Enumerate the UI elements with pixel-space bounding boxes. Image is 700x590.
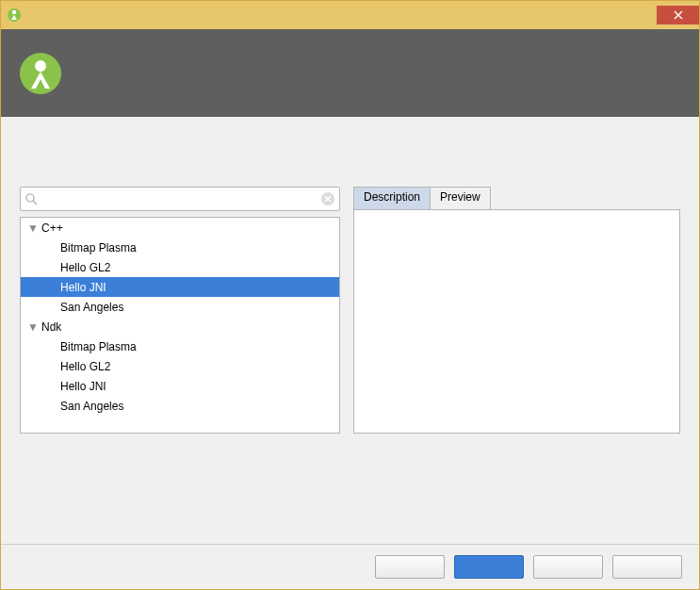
tab-preview[interactable]: Preview <box>430 187 491 209</box>
tree-group-label: Ndk <box>40 320 61 334</box>
search-input[interactable] <box>38 192 320 205</box>
footer <box>1 544 699 589</box>
previous-button[interactable] <box>375 555 445 579</box>
svg-point-1 <box>12 10 16 14</box>
chevron-down-icon: ▼ <box>26 320 40 334</box>
search-icon <box>24 192 38 205</box>
search-box[interactable] <box>20 187 340 211</box>
titlebar <box>1 1 699 29</box>
android-studio-icon <box>18 51 63 96</box>
tree-item[interactable]: San Angeles <box>21 396 339 416</box>
tree-item-label: Hello JNI <box>58 281 106 294</box>
close-button[interactable] <box>657 6 699 25</box>
content-area: ▼C++Bitmap PlasmaHello GL2Hello JNISan A… <box>1 117 699 544</box>
cancel-button[interactable] <box>533 555 603 579</box>
next-button[interactable] <box>454 555 524 579</box>
svg-point-3 <box>35 60 46 72</box>
banner <box>1 29 699 117</box>
tree-item[interactable]: Hello GL2 <box>21 257 339 277</box>
tree-item[interactable]: San Angeles <box>21 297 339 317</box>
tree-item-label: Hello GL2 <box>58 360 110 373</box>
samples-tree[interactable]: ▼C++Bitmap PlasmaHello GL2Hello JNISan A… <box>20 217 340 434</box>
tree-item[interactable]: Bitmap Plasma <box>21 238 339 257</box>
tree-group[interactable]: ▼C++ <box>21 218 339 238</box>
tree-item[interactable]: Hello GL2 <box>21 356 339 376</box>
app-icon <box>7 8 22 23</box>
tab-description[interactable]: Description <box>353 187 431 209</box>
tree-item-label: San Angeles <box>58 400 123 413</box>
detail-tabs: DescriptionPreview <box>353 187 680 209</box>
finish-button[interactable] <box>612 555 682 579</box>
tree-item-label: Bitmap Plasma <box>58 241 137 254</box>
detail-panel <box>353 209 680 434</box>
tree-item[interactable]: Hello JNI <box>21 277 339 297</box>
tree-item-label: San Angeles <box>58 301 123 314</box>
tree-group-label: C++ <box>40 221 63 235</box>
tree-item-label: Hello GL2 <box>58 261 110 274</box>
tree-group[interactable]: ▼Ndk <box>21 317 339 336</box>
tree-item-label: Bitmap Plasma <box>58 340 137 353</box>
clear-icon[interactable] <box>320 191 335 206</box>
tree-item[interactable]: Hello JNI <box>21 376 339 396</box>
svg-line-5 <box>33 201 37 205</box>
chevron-down-icon: ▼ <box>26 221 40 235</box>
import-sample-window: ▼C++Bitmap PlasmaHello GL2Hello JNISan A… <box>0 0 700 590</box>
tree-item[interactable]: Bitmap Plasma <box>21 336 339 356</box>
tree-item-label: Hello JNI <box>58 380 106 393</box>
svg-point-4 <box>26 194 34 202</box>
